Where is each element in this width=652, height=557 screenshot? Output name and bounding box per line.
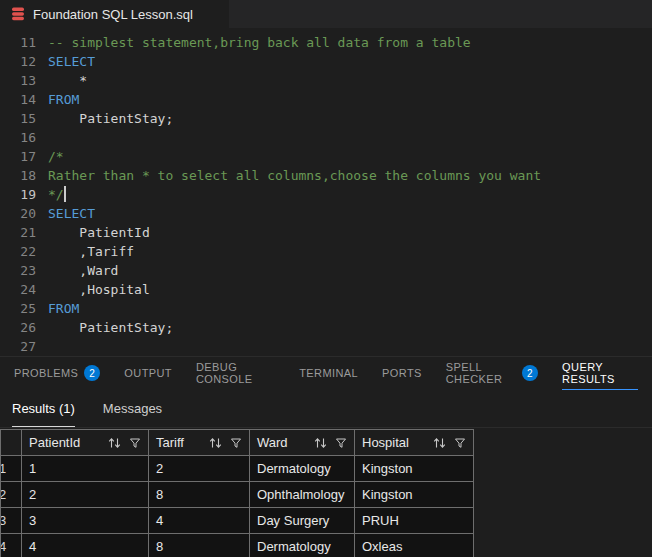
line-number: 11 — [0, 33, 36, 52]
editor-line-12[interactable]: 12SELECT — [0, 52, 652, 71]
grid-cell[interactable]: Ophthalmology — [250, 482, 355, 508]
code-text: ,Ward — [48, 261, 118, 280]
results-tab-results-1-[interactable]: Results (1) — [12, 390, 75, 427]
panel-tab-label: QUERY RESULTS — [562, 361, 638, 385]
panel-tab-debug-console[interactable]: DEBUG CONSOLE — [196, 357, 275, 390]
tab-foundation-sql-lesson[interactable]: Foundation SQL Lesson.sql — [0, 0, 229, 28]
results-grid: PatientIdTariffWardHospital112Dermatolog… — [0, 429, 652, 557]
editor-line-23[interactable]: 23 ,Ward — [0, 261, 652, 280]
filter-icon[interactable] — [129, 437, 141, 449]
filter-icon[interactable] — [230, 437, 242, 449]
panel-tab-terminal[interactable]: TERMINAL — [299, 357, 358, 390]
count-badge: 2 — [522, 365, 538, 381]
editor-line-15[interactable]: 15 PatientStay; — [0, 109, 652, 128]
line-number: 15 — [0, 109, 36, 128]
table-row[interactable]: 228OphthalmologyKingston — [1, 482, 474, 508]
panel-tab-output[interactable]: OUTPUT — [124, 357, 172, 390]
sort-icon[interactable] — [208, 437, 223, 449]
grid-header-row: PatientIdTariffWardHospital — [1, 430, 474, 456]
code-text: PatientStay; — [48, 109, 173, 128]
grid-cell[interactable]: 8 — [149, 534, 250, 557]
column-header-icons — [313, 437, 347, 449]
filter-icon[interactable] — [454, 437, 466, 449]
editor-line-26[interactable]: 26 PatientStay; — [0, 318, 652, 337]
grid-cell[interactable]: 4 — [22, 534, 149, 557]
grid-cell[interactable]: PRUH — [355, 508, 474, 534]
grid-cell[interactable]: 4 — [149, 508, 250, 534]
panel-tab-label: TERMINAL — [299, 367, 358, 379]
line-number: 23 — [0, 261, 36, 280]
editor-line-27[interactable]: 27 — [0, 337, 652, 356]
editor-line-17[interactable]: 17/* — [0, 147, 652, 166]
results-tab-bar: Results (1)Messages — [0, 390, 652, 428]
code-text: Rather than * to select all columns,choo… — [48, 166, 541, 185]
column-header-content: Tariff — [156, 435, 242, 450]
line-number: 18 — [0, 166, 36, 185]
panel-tab-query-results[interactable]: QUERY RESULTS — [562, 357, 638, 390]
editor-line-21[interactable]: 21 PatientId — [0, 223, 652, 242]
column-header-patientid[interactable]: PatientId — [22, 430, 149, 456]
column-header-icons — [432, 437, 466, 449]
editor-line-19[interactable]: 19*/ — [0, 185, 652, 204]
editor-line-13[interactable]: 13 * — [0, 71, 652, 90]
line-number: 21 — [0, 223, 36, 242]
editor-line-22[interactable]: 22 ,Tariff — [0, 242, 652, 261]
editor-line-14[interactable]: 14FROM — [0, 90, 652, 109]
code-text: ,Tariff — [48, 242, 134, 261]
sort-icon[interactable] — [432, 437, 447, 449]
results-tab-messages[interactable]: Messages — [103, 390, 162, 427]
grid-cell[interactable]: 3 — [22, 508, 149, 534]
column-header-ward[interactable]: Ward — [250, 430, 355, 456]
code-text: PatientId — [48, 223, 150, 242]
grid-cell[interactable]: Day Surgery — [250, 508, 355, 534]
grid-cell[interactable]: Oxleas — [355, 534, 474, 557]
filter-icon[interactable] — [335, 437, 347, 449]
code-text: FROM — [48, 90, 79, 109]
code-text: * — [48, 71, 87, 90]
column-header-tariff[interactable]: Tariff — [149, 430, 250, 456]
grid-cell[interactable]: 1 — [22, 456, 149, 482]
row-number-cell: 3 — [1, 508, 22, 534]
editor-line-25[interactable]: 25FROM — [0, 299, 652, 318]
row-number: 2 — [1, 487, 7, 502]
table-row[interactable]: 112DermatologyKingston — [1, 456, 474, 482]
panel-tab-bar: PROBLEMS2OUTPUTDEBUG CONSOLETERMINALPORT… — [0, 356, 652, 390]
column-header-content: Ward — [257, 435, 347, 450]
grid-cell[interactable]: Kingston — [355, 456, 474, 482]
sort-icon[interactable] — [107, 437, 122, 449]
grid-cell[interactable]: 2 — [149, 456, 250, 482]
editor-line-20[interactable]: 20SELECT — [0, 204, 652, 223]
grid-cell[interactable]: Kingston — [355, 482, 474, 508]
grid-cell[interactable]: Dermatology — [250, 534, 355, 557]
table-row[interactable]: 448DermatologyOxleas — [1, 534, 474, 557]
panel-tab-ports[interactable]: PORTS — [382, 357, 422, 390]
table-row[interactable]: 334Day SurgeryPRUH — [1, 508, 474, 534]
editor-line-11[interactable]: 11-- simplest statement,bring back all d… — [0, 33, 652, 52]
code-text: -- simplest statement,bring back all dat… — [48, 33, 471, 52]
grid-cell[interactable]: 8 — [149, 482, 250, 508]
code-text: PatientStay; — [48, 318, 173, 337]
row-number: 1 — [1, 461, 7, 476]
code-text: SELECT — [48, 204, 95, 223]
panel-tab-label: OUTPUT — [124, 367, 172, 379]
code-text: SELECT — [48, 52, 95, 71]
column-label: Hospital — [362, 435, 409, 450]
code-text: ,Hospital — [48, 280, 150, 299]
column-header-hospital[interactable]: Hospital — [355, 430, 474, 456]
grid-cell[interactable]: Dermatology — [250, 456, 355, 482]
line-number: 25 — [0, 299, 36, 318]
line-number: 12 — [0, 52, 36, 71]
panel-tab-spell-checker[interactable]: SPELL CHECKER2 — [446, 357, 538, 390]
grid-cell[interactable]: 2 — [22, 482, 149, 508]
panel-tab-problems[interactable]: PROBLEMS2 — [14, 357, 100, 390]
code-text: FROM — [48, 299, 79, 318]
editor-line-16[interactable]: 16 — [0, 128, 652, 147]
results-table: PatientIdTariffWardHospital112Dermatolog… — [0, 429, 474, 557]
panel-tab-label: SPELL CHECKER — [446, 361, 516, 385]
editor-line-18[interactable]: 18Rather than * to select all columns,ch… — [0, 166, 652, 185]
panel-tab-label: DEBUG CONSOLE — [196, 361, 275, 385]
row-number-cell: 2 — [1, 482, 22, 508]
sort-icon[interactable] — [313, 437, 328, 449]
code-editor[interactable]: 11-- simplest statement,bring back all d… — [0, 28, 652, 356]
editor-line-24[interactable]: 24 ,Hospital — [0, 280, 652, 299]
